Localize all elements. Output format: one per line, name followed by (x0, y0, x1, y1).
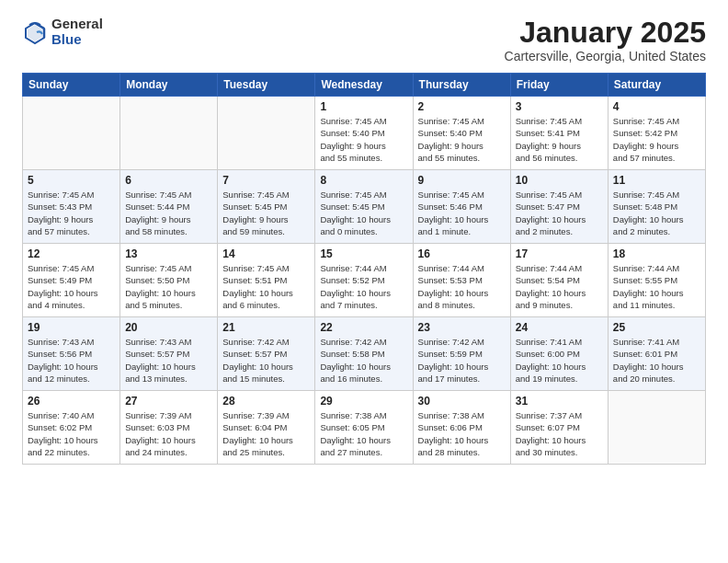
day-number: 23 (418, 321, 506, 334)
logo: General Blue (22, 17, 103, 47)
table-row: 3Sunrise: 7:45 AM Sunset: 5:41 PM Daylig… (510, 97, 608, 170)
table-row: 2Sunrise: 7:45 AM Sunset: 5:40 PM Daylig… (413, 97, 510, 170)
day-info: Sunrise: 7:45 AM Sunset: 5:44 PM Dayligh… (125, 189, 212, 237)
th-sunday: Sunday (23, 74, 120, 97)
day-number: 25 (613, 321, 700, 334)
table-row: 7Sunrise: 7:45 AM Sunset: 5:45 PM Daylig… (218, 170, 315, 244)
table-row: 13Sunrise: 7:45 AM Sunset: 5:50 PM Dayli… (120, 244, 218, 317)
table-row: 16Sunrise: 7:44 AM Sunset: 5:53 PM Dayli… (413, 244, 510, 317)
table-row: 23Sunrise: 7:42 AM Sunset: 5:59 PM Dayli… (413, 317, 510, 391)
day-number: 19 (28, 321, 115, 334)
day-number: 12 (28, 247, 115, 260)
day-info: Sunrise: 7:45 AM Sunset: 5:40 PM Dayligh… (418, 115, 506, 164)
table-row: 9Sunrise: 7:45 AM Sunset: 5:46 PM Daylig… (413, 170, 510, 244)
day-info: Sunrise: 7:45 AM Sunset: 5:51 PM Dayligh… (222, 262, 310, 311)
logo-icon (22, 19, 48, 45)
table-row: 15Sunrise: 7:44 AM Sunset: 5:52 PM Dayli… (315, 244, 413, 317)
table-row: 5Sunrise: 7:45 AM Sunset: 5:43 PM Daylig… (23, 170, 120, 244)
day-number: 15 (320, 247, 407, 260)
day-number: 4 (613, 100, 700, 113)
th-thursday: Thursday (413, 74, 510, 97)
calendar-week-row: 5Sunrise: 7:45 AM Sunset: 5:43 PM Daylig… (23, 170, 706, 244)
table-row (218, 97, 315, 170)
table-row: 12Sunrise: 7:45 AM Sunset: 5:49 PM Dayli… (23, 244, 120, 317)
location: Cartersville, Georgia, United States (505, 49, 706, 63)
day-number: 10 (516, 174, 603, 187)
table-row: 8Sunrise: 7:45 AM Sunset: 5:45 PM Daylig… (315, 170, 413, 244)
day-number: 30 (418, 395, 506, 408)
calendar-week-row: 1Sunrise: 7:45 AM Sunset: 5:40 PM Daylig… (23, 97, 706, 170)
day-info: Sunrise: 7:37 AM Sunset: 6:07 PM Dayligh… (516, 409, 603, 458)
logo-blue-label: Blue (51, 32, 103, 48)
table-row: 22Sunrise: 7:42 AM Sunset: 5:58 PM Dayli… (315, 317, 413, 391)
th-tuesday: Tuesday (218, 74, 315, 97)
day-info: Sunrise: 7:44 AM Sunset: 5:55 PM Dayligh… (613, 262, 700, 311)
th-wednesday: Wednesday (315, 74, 413, 97)
day-info: Sunrise: 7:45 AM Sunset: 5:48 PM Dayligh… (613, 189, 700, 237)
day-number: 16 (418, 247, 506, 260)
day-info: Sunrise: 7:45 AM Sunset: 5:45 PM Dayligh… (320, 189, 407, 237)
day-info: Sunrise: 7:44 AM Sunset: 5:53 PM Dayligh… (418, 262, 506, 311)
day-number: 20 (125, 321, 212, 334)
th-saturday: Saturday (608, 74, 705, 97)
table-row: 31Sunrise: 7:37 AM Sunset: 6:07 PM Dayli… (510, 391, 608, 465)
day-number: 24 (516, 321, 603, 334)
day-number: 7 (222, 174, 310, 187)
day-info: Sunrise: 7:45 AM Sunset: 5:41 PM Dayligh… (516, 115, 603, 164)
table-row: 29Sunrise: 7:38 AM Sunset: 6:05 PM Dayli… (315, 391, 413, 465)
day-number: 31 (516, 395, 603, 408)
day-number: 22 (320, 321, 407, 334)
day-number: 26 (28, 395, 115, 408)
day-number: 14 (222, 247, 310, 260)
calendar-week-row: 26Sunrise: 7:40 AM Sunset: 6:02 PM Dayli… (23, 391, 706, 465)
calendar-header-row: Sunday Monday Tuesday Wednesday Thursday… (23, 74, 706, 97)
day-info: Sunrise: 7:39 AM Sunset: 6:03 PM Dayligh… (125, 409, 212, 458)
day-info: Sunrise: 7:43 AM Sunset: 5:56 PM Dayligh… (28, 336, 115, 385)
day-info: Sunrise: 7:45 AM Sunset: 5:43 PM Dayligh… (28, 189, 115, 237)
day-info: Sunrise: 7:38 AM Sunset: 6:05 PM Dayligh… (320, 409, 407, 458)
day-info: Sunrise: 7:45 AM Sunset: 5:42 PM Dayligh… (613, 115, 700, 164)
table-row: 19Sunrise: 7:43 AM Sunset: 5:56 PM Dayli… (23, 317, 120, 391)
day-info: Sunrise: 7:43 AM Sunset: 5:57 PM Dayligh… (125, 336, 212, 385)
day-info: Sunrise: 7:44 AM Sunset: 5:52 PM Dayligh… (320, 262, 407, 311)
header: General Blue January 2025 Cartersville, … (22, 17, 706, 63)
page: General Blue January 2025 Cartersville, … (0, 0, 728, 476)
day-number: 29 (320, 395, 407, 408)
day-number: 18 (613, 247, 700, 260)
day-number: 2 (418, 100, 506, 113)
logo-text: General Blue (51, 17, 103, 47)
table-row: 26Sunrise: 7:40 AM Sunset: 6:02 PM Dayli… (23, 391, 120, 465)
table-row: 6Sunrise: 7:45 AM Sunset: 5:44 PM Daylig… (120, 170, 218, 244)
day-number: 28 (222, 395, 310, 408)
day-number: 21 (222, 321, 310, 334)
calendar-week-row: 12Sunrise: 7:45 AM Sunset: 5:49 PM Dayli… (23, 244, 706, 317)
table-row: 30Sunrise: 7:38 AM Sunset: 6:06 PM Dayli… (413, 391, 510, 465)
table-row: 24Sunrise: 7:41 AM Sunset: 6:00 PM Dayli… (510, 317, 608, 391)
day-info: Sunrise: 7:41 AM Sunset: 6:00 PM Dayligh… (516, 336, 603, 385)
day-number: 5 (28, 174, 115, 187)
table-row (120, 97, 218, 170)
calendar-week-row: 19Sunrise: 7:43 AM Sunset: 5:56 PM Dayli… (23, 317, 706, 391)
day-info: Sunrise: 7:42 AM Sunset: 5:58 PM Dayligh… (320, 336, 407, 385)
calendar-table: Sunday Monday Tuesday Wednesday Thursday… (22, 73, 706, 465)
table-row: 10Sunrise: 7:45 AM Sunset: 5:47 PM Dayli… (510, 170, 608, 244)
day-info: Sunrise: 7:42 AM Sunset: 5:57 PM Dayligh… (222, 336, 310, 385)
table-row: 28Sunrise: 7:39 AM Sunset: 6:04 PM Dayli… (218, 391, 315, 465)
table-row: 1Sunrise: 7:45 AM Sunset: 5:40 PM Daylig… (315, 97, 413, 170)
day-number: 8 (320, 174, 407, 187)
table-row (23, 97, 120, 170)
day-info: Sunrise: 7:40 AM Sunset: 6:02 PM Dayligh… (28, 409, 115, 458)
table-row: 20Sunrise: 7:43 AM Sunset: 5:57 PM Dayli… (120, 317, 218, 391)
table-row (608, 391, 705, 465)
day-info: Sunrise: 7:45 AM Sunset: 5:50 PM Dayligh… (125, 262, 212, 311)
day-number: 3 (516, 100, 603, 113)
day-number: 13 (125, 247, 212, 260)
day-info: Sunrise: 7:45 AM Sunset: 5:47 PM Dayligh… (516, 189, 603, 237)
table-row: 17Sunrise: 7:44 AM Sunset: 5:54 PM Dayli… (510, 244, 608, 317)
day-info: Sunrise: 7:45 AM Sunset: 5:40 PM Dayligh… (320, 115, 407, 164)
day-info: Sunrise: 7:42 AM Sunset: 5:59 PM Dayligh… (418, 336, 506, 385)
table-row: 21Sunrise: 7:42 AM Sunset: 5:57 PM Dayli… (218, 317, 315, 391)
day-info: Sunrise: 7:45 AM Sunset: 5:45 PM Dayligh… (222, 189, 310, 237)
title-block: January 2025 Cartersville, Georgia, Unit… (505, 17, 706, 63)
month-title: January 2025 (505, 17, 706, 49)
